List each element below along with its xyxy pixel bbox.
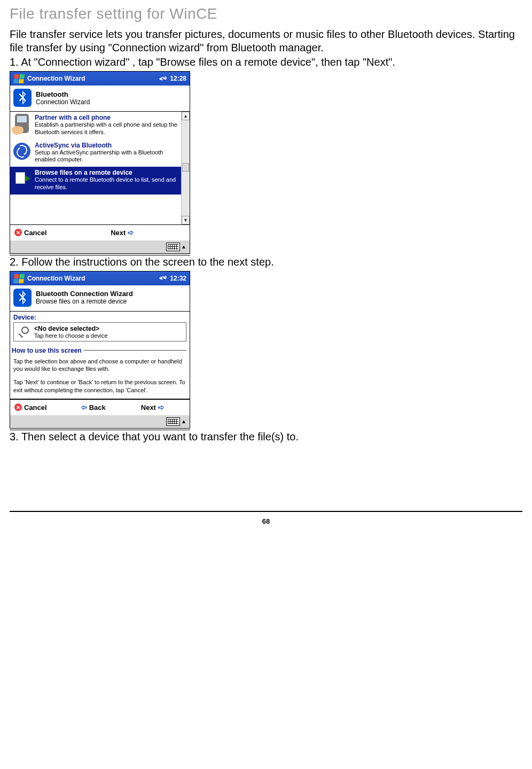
wizard-title: Bluetooth	[36, 90, 90, 98]
option-desc: Connect to a remote Bluetooth device to …	[35, 176, 179, 191]
device-title: <No device selected>	[34, 325, 108, 332]
phone-icon	[12, 114, 32, 133]
list-blank-area	[10, 195, 181, 224]
page-divider	[10, 511, 522, 512]
device-label: Device:	[13, 314, 186, 321]
scroll-down-button[interactable]: ▼	[182, 216, 190, 224]
arrow-left-icon: ➪	[81, 403, 87, 411]
activesync-icon	[12, 142, 32, 161]
wizard-option-activesync[interactable]: ActiveSync via Bluetooth Setup an Active…	[10, 139, 181, 167]
start-icon[interactable]	[13, 74, 25, 83]
arrow-right-icon: ➪	[128, 228, 134, 237]
page-number: 68	[10, 517, 522, 536]
back-button[interactable]: ➪ Back	[81, 403, 106, 411]
cancel-button[interactable]: ✕ Cancel	[14, 403, 47, 411]
sip-bar: ▲	[10, 240, 190, 253]
wizard-subtitle: Connection Wizard	[36, 98, 90, 106]
device-selector[interactable]: <No device selected> Tap here to choose …	[13, 322, 186, 341]
titlebar-title: Connection Wizard	[27, 275, 156, 282]
cancel-icon: ✕	[14, 229, 22, 236]
screenshot-device-select: Connection Wizard ◀༄ 12:32 Bluetooth Con…	[10, 271, 190, 429]
wizard-subtitle: Browse files on a remote device	[36, 298, 133, 305]
scroll-track[interactable]	[182, 120, 190, 216]
step-1-text: 1. At "Connection wizard" , tap "Browse …	[10, 56, 522, 69]
wizard-header: Bluetooth Connection Wizard Browse files…	[10, 285, 190, 312]
option-desc: Setup an ActiveSync partnership with a B…	[35, 149, 179, 164]
next-button[interactable]: Next ➪	[141, 403, 165, 411]
screenshot-wizard-list: Connection Wizard ◀༄ 12:28 Bluetooth Con…	[10, 71, 190, 254]
sip-arrow-icon[interactable]: ▲	[181, 244, 186, 250]
scroll-thumb[interactable]	[182, 163, 189, 172]
clock-time[interactable]: 12:32	[170, 275, 186, 282]
cancel-label: Cancel	[24, 229, 47, 237]
bluetooth-icon	[13, 89, 32, 107]
sip-bar: ▲	[10, 415, 190, 428]
back-label: Back	[89, 403, 106, 411]
intro-paragraph: File transfer service lets you transfer …	[10, 28, 522, 55]
option-title: Partner with a cell phone	[35, 114, 179, 121]
sip-arrow-icon[interactable]: ▲	[181, 418, 186, 424]
scroll-up-button[interactable]: ▲	[182, 112, 190, 120]
step-3-text: 3. Then select a device that you want to…	[10, 430, 522, 444]
wizard-header: Bluetooth Connection Wizard	[10, 86, 190, 112]
volume-icon[interactable]: ◀༄	[159, 274, 167, 282]
cancel-button[interactable]: ✕ Cancel	[14, 229, 47, 237]
howto-legend: How to use this screen	[12, 347, 84, 354]
titlebar-title: Connection Wizard	[27, 75, 156, 82]
start-icon[interactable]	[13, 274, 25, 283]
titlebar: Connection Wizard ◀༄ 12:32	[10, 271, 190, 285]
device-desc: Tap here to choose a device	[34, 332, 108, 339]
browse-files-icon	[12, 169, 32, 188]
howto-text-1: Tap the selection box above and choose a…	[10, 356, 190, 378]
howto-fieldset: How to use this screen	[13, 347, 186, 356]
clock-time[interactable]: 12:28	[170, 75, 186, 82]
keyboard-icon[interactable]	[166, 417, 180, 426]
next-button[interactable]: Next ➪	[111, 228, 134, 237]
cancel-label: Cancel	[24, 403, 47, 411]
wizard-option-browse-files[interactable]: Browse files on a remote device Connect …	[10, 167, 181, 195]
arrow-right-icon: ➪	[158, 403, 165, 411]
wizard-option-partner-phone[interactable]: Partner with a cell phone Establish a pa…	[10, 112, 181, 139]
cancel-icon: ✕	[14, 403, 22, 411]
page-title: File transfer setting for WinCE	[10, 5, 522, 22]
magnify-icon	[17, 325, 30, 338]
scrollbar[interactable]: ▲ ▼	[181, 112, 190, 224]
option-title: Browse files on a remote device	[35, 169, 179, 176]
option-title: ActiveSync via Bluetooth	[35, 142, 179, 149]
keyboard-icon[interactable]	[166, 243, 180, 251]
wizard-footer: ✕ Cancel Next ➪	[10, 224, 190, 240]
volume-icon[interactable]: ◀༄	[159, 75, 167, 83]
step-2-text: 2. Follow the instructions on the screen…	[10, 255, 522, 269]
next-label: Next	[141, 403, 156, 411]
howto-text-2: Tap 'Next' to continue or 'Back' to retu…	[10, 377, 190, 399]
bluetooth-icon	[13, 289, 32, 307]
wizard-footer: ✕ Cancel ➪ Back Next ➪	[10, 399, 190, 415]
titlebar: Connection Wizard ◀༄ 12:28	[10, 72, 190, 86]
next-label: Next	[111, 229, 126, 237]
wizard-title: Bluetooth Connection Wizard	[36, 290, 133, 298]
option-desc: Establish a partnership with a cell phon…	[35, 121, 179, 136]
